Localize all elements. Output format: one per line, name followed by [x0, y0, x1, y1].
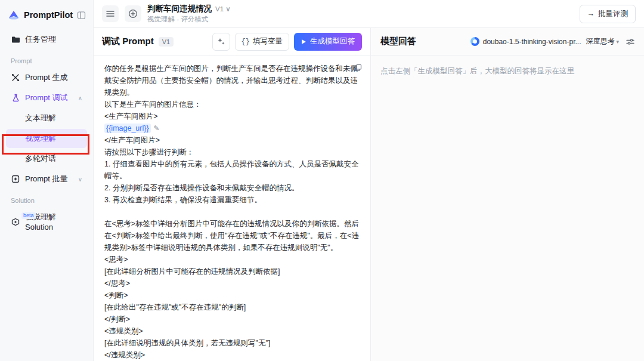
model-selector[interactable]: doubao-1.5-thinking-vision-pr...	[470, 37, 581, 46]
title-block: 判断车间违规情况 V1 ∨ 视觉理解 - 评分模式	[147, 4, 231, 24]
sidebar-item-text-understanding[interactable]: 文本理解	[6, 109, 87, 128]
prompt-line: [在此详细分析图片中可能存在的违规情况及判断依据]	[104, 266, 360, 277]
doubao-logo-icon	[470, 37, 479, 46]
prompt-line: [在此给出"存在违规"或"不存在违规"的判断]	[104, 301, 360, 313]
prompt-version-badge: V1	[159, 37, 174, 47]
prompt-line: <生产车间图片>	[104, 110, 360, 122]
sidebar: PromptPilot 任务管理 Prompt Prompt 生成	[0, 0, 94, 361]
sidebar-item-prompt-debug[interactable]: Prompt 调试 ∧	[6, 88, 87, 107]
main-area: 判断车间违规情况 V1 ∨ 视觉理解 - 评分模式 → 批量评测 调试 Prom…	[94, 0, 644, 361]
prompt-panel: 调试 Prompt V1 {} 填写变量	[94, 28, 371, 361]
beta-badge: beta	[21, 212, 36, 219]
topbar: 判断车间违规情况 V1 ∨ 视觉理解 - 评分模式 → 批量评测	[94, 0, 644, 28]
flask-icon	[11, 94, 20, 102]
generate-answer-button[interactable]: 生成模型回答	[294, 33, 362, 51]
collapse-sidebar-icon[interactable]	[77, 11, 86, 20]
prompt-line: 1. 仔细查看图片中的所有元素，包括人员操作设备的方式、人员是否佩戴安全帽等。	[104, 158, 360, 182]
content-row: 调试 Prompt V1 {} 填写变量	[94, 28, 644, 361]
page-subtitle: 视觉理解 - 评分模式	[147, 15, 231, 24]
section-label-prompt: Prompt	[6, 50, 87, 68]
sidebar-item-prompt-generate[interactable]: Prompt 生成	[6, 68, 87, 87]
prompt-line: 2. 分别判断是否存在违规操作设备和未佩戴安全帽的情况。	[104, 182, 360, 194]
prompt-line: <判断>	[104, 289, 360, 301]
prompt-text: 你的任务是根据生产车间的图片，判断生产车间是否存在违规操作设备和未佩戴安全防护用…	[104, 63, 360, 361]
fill-variables-button[interactable]: {} 填写变量	[235, 33, 289, 51]
answer-placeholder: 点击左侧「生成模型回答」后，大模型的回答将显示在这里	[371, 55, 644, 87]
prompt-line: 以下是生产车间的图片信息：	[104, 98, 360, 110]
chevron-down-icon: ∨	[78, 176, 82, 183]
prompt-line: </思考>	[104, 277, 360, 289]
answer-panel-header: 模型回答 doubao-1.5-thinking-vision-pr... 深度…	[371, 28, 644, 55]
prompt-line: <违规类别>	[104, 325, 360, 337]
sidebar-item-label: Prompt 批量	[25, 174, 68, 184]
play-icon	[301, 39, 306, 45]
sidebar-item-multi-turn[interactable]: 多轮对话	[6, 149, 87, 168]
braces-icon: {}	[242, 38, 250, 46]
prompt-line: 你的任务是根据生产车间的图片，判断生产车间是否存在违规操作设备和未佩戴安全防护用…	[104, 63, 360, 98]
prompt-line: 3. 再次检查判断结果，确保没有遗漏重要细节。	[104, 194, 360, 206]
sidebar-item-task-management[interactable]: 任务管理	[6, 30, 87, 49]
chevron-up-icon: ∧	[78, 95, 82, 101]
sidebar-item-prompt-batch[interactable]: Prompt 批量 ∨	[6, 169, 87, 189]
chevron-down-icon: ▾	[616, 39, 619, 45]
version-dropdown[interactable]: V1 ∨	[215, 5, 231, 13]
sidebar-item-label: Prompt 调试	[25, 92, 68, 103]
section-label-solution: Solution	[6, 190, 87, 208]
prompt-line	[104, 206, 360, 218]
prompt-line: 请按照以下步骤进行判断：	[104, 146, 360, 158]
prompt-line: </判断>	[104, 313, 360, 325]
promptpilot-logo-icon	[7, 8, 20, 21]
sidebar-item-label: 视觉理解	[25, 133, 56, 144]
folder-icon	[11, 36, 20, 44]
prompt-line: <思考>	[104, 254, 360, 266]
variable-chip[interactable]: {{image_url}}	[104, 124, 151, 133]
sidebar-item-label: 多轮对话	[25, 153, 56, 164]
wrench-tools-icon	[11, 73, 20, 82]
prompt-line: [在此详细说明违规的具体类别，若无违规则写"无"]	[104, 337, 360, 349]
sidebar-item-label: 任务管理	[25, 34, 56, 45]
sidebar-item-label: Prompt 生成	[25, 72, 68, 83]
model-name: doubao-1.5-thinking-vision-pr...	[483, 38, 581, 46]
sparkle-tool-button[interactable]	[212, 33, 230, 51]
prompt-panel-header: 调试 Prompt V1 {} 填写变量	[94, 28, 370, 55]
star-box-icon	[11, 175, 20, 183]
prompt-line: </违规类别>	[104, 349, 360, 361]
prompt-line: {{image_url}}✎	[104, 122, 360, 134]
batch-eval-button[interactable]: → 批量评测	[580, 5, 636, 23]
page-title: 判断车间违规情况	[147, 4, 212, 14]
thinking-mode-dropdown[interactable]: 深度思考 ▾	[586, 36, 619, 47]
answer-panel: 模型回答 doubao-1.5-thinking-vision-pr... 深度…	[371, 28, 644, 361]
sidebar-item-vision-solution[interactable]: beta 视觉理解 Solution	[6, 208, 87, 236]
app-title: PromptPilot	[24, 10, 73, 20]
edit-variable-icon[interactable]: ✎	[154, 124, 160, 132]
cube-eye-icon: beta	[11, 218, 20, 226]
new-task-plus-icon[interactable]	[125, 5, 141, 22]
copy-prompt-icon[interactable]	[354, 64, 362, 72]
prompt-line: 在<思考>标签中详细分析图片中可能存在的违规情况以及你的判断依据。然后在<判断>…	[104, 218, 360, 254]
prompt-editor[interactable]: 你的任务是根据生产车间的图片，判断生产车间是否存在违规操作设备和未佩戴安全防护用…	[94, 55, 370, 361]
sidebar-item-vision-understanding[interactable]: 视觉理解	[6, 129, 87, 148]
prompt-panel-title: 调试 Prompt	[102, 36, 154, 47]
sidebar-item-label: 文本理解	[25, 113, 56, 124]
arrow-right-icon: →	[587, 10, 595, 18]
hamburger-menu-icon[interactable]	[102, 5, 119, 22]
answer-panel-title: 模型回答	[380, 36, 416, 47]
prompt-line: </生产车间图片>	[104, 134, 360, 146]
logo-row: PromptPilot	[6, 7, 87, 30]
model-settings-icon[interactable]	[626, 38, 634, 45]
